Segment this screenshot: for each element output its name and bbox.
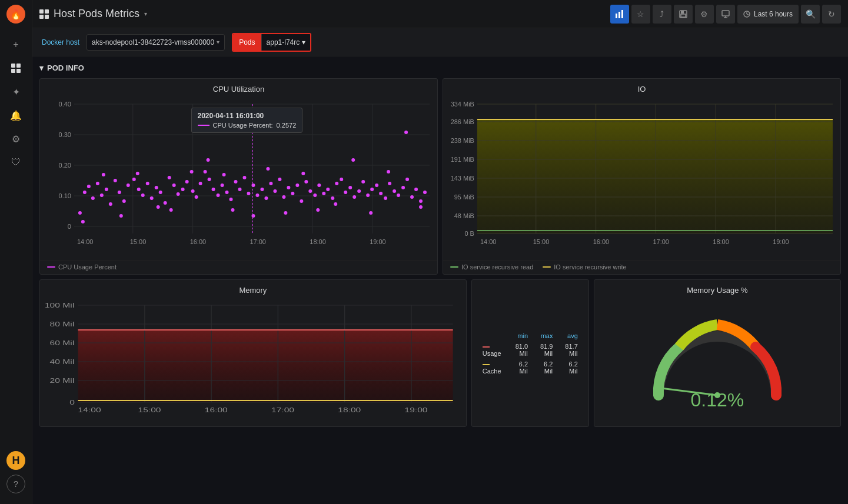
docker-host-value: aks-nodepool1-38422723-vmss000000 xyxy=(92,38,214,46)
svg-point-62 xyxy=(208,178,211,181)
io-write-legend-color xyxy=(543,266,551,268)
search-button[interactable]: 🔍 xyxy=(801,5,820,24)
svg-text:19:00: 19:00 xyxy=(370,238,385,245)
cpu-chart-panel: CPU Utilization xyxy=(39,78,438,275)
sidebar-item-compass[interactable]: ✦ xyxy=(5,81,26,102)
svg-point-132 xyxy=(419,205,423,209)
svg-text:17:00: 17:00 xyxy=(250,238,265,245)
svg-rect-4 xyxy=(681,11,684,14)
docker-host-label: Docker host xyxy=(42,38,79,46)
svg-point-81 xyxy=(291,192,294,195)
svg-point-33 xyxy=(78,211,82,215)
sidebar-item-bell[interactable]: 🔔 xyxy=(5,105,26,126)
svg-point-55 xyxy=(177,192,180,196)
memory-stats-panel: min max avg Usage 81.0 Mi xyxy=(471,279,589,427)
time-range-selector[interactable]: Last 6 hours xyxy=(737,5,799,24)
svg-point-85 xyxy=(308,189,312,193)
svg-point-102 xyxy=(384,196,387,200)
svg-point-131 xyxy=(404,131,408,134)
monitor-button[interactable] xyxy=(716,5,735,24)
svg-point-90 xyxy=(331,196,334,200)
svg-rect-2 xyxy=(621,10,623,18)
svg-text:40 MiI: 40 MiI xyxy=(50,358,75,365)
svg-point-94 xyxy=(348,186,352,189)
svg-text:20 MiI: 20 MiI xyxy=(50,377,75,384)
svg-text:80 MiI: 80 MiI xyxy=(50,321,75,328)
io-write-legend-label: IO service recursive write xyxy=(554,263,626,271)
svg-text:48 MiB: 48 MiB xyxy=(454,212,474,219)
svg-text:17:00: 17:00 xyxy=(271,406,294,413)
col-label xyxy=(478,331,508,341)
svg-point-48 xyxy=(146,182,149,185)
chart-button[interactable] xyxy=(610,5,629,24)
app-logo[interactable]: 🔥 xyxy=(6,5,25,24)
settings-button[interactable]: ⚙ xyxy=(695,5,714,24)
svg-text:0 B: 0 B xyxy=(464,230,474,237)
svg-text:238 MiB: 238 MiB xyxy=(451,137,474,144)
svg-point-110 xyxy=(419,199,423,203)
main-content: Host Pods Metrics ▾ ☆ ⤴ ⚙ Last 6 hours 🔍… xyxy=(32,0,848,504)
sidebar-item-help[interactable]: ? xyxy=(6,475,25,493)
svg-point-57 xyxy=(185,180,189,183)
svg-point-74 xyxy=(260,188,264,191)
docker-host-selector[interactable]: aks-nodepool1-38422723-vmss000000 ▾ xyxy=(87,34,225,51)
svg-point-93 xyxy=(344,191,347,194)
svg-rect-5 xyxy=(681,14,686,17)
svg-point-101 xyxy=(379,192,383,195)
io-read-legend-item: IO service recursive read xyxy=(450,263,533,271)
sidebar-item-gear[interactable]: ⚙ xyxy=(5,128,26,149)
svg-point-43 xyxy=(122,199,126,203)
svg-point-70 xyxy=(242,176,246,179)
svg-point-99 xyxy=(370,188,374,191)
svg-text:18:00: 18:00 xyxy=(713,238,729,245)
svg-rect-0 xyxy=(616,14,617,18)
share-button[interactable]: ⤴ xyxy=(653,5,671,24)
svg-text:0: 0 xyxy=(68,223,71,230)
save-button[interactable] xyxy=(674,5,693,24)
pods-dropdown[interactable]: app1-l74rc ▾ xyxy=(261,34,311,51)
svg-text:17:00: 17:00 xyxy=(653,238,669,245)
pods-tab[interactable]: Pods xyxy=(233,34,261,51)
content-area: ▾ POD INFO CPU Utilization xyxy=(32,56,848,504)
col-min: min xyxy=(509,331,533,341)
svg-text:18:00: 18:00 xyxy=(310,238,325,245)
svg-point-51 xyxy=(159,191,162,194)
svg-point-103 xyxy=(388,182,391,185)
title-caret[interactable]: ▾ xyxy=(144,11,147,17)
memory-chart-title: Memory xyxy=(40,280,466,297)
io-chart-title: IO xyxy=(443,79,840,96)
svg-text:16:00: 16:00 xyxy=(190,238,206,245)
svg-point-65 xyxy=(221,183,224,187)
svg-point-120 xyxy=(222,173,226,176)
grid-icon xyxy=(39,9,49,19)
sidebar-item-plus[interactable]: + xyxy=(5,34,26,55)
svg-point-77 xyxy=(273,189,277,193)
svg-point-44 xyxy=(127,183,130,187)
sidebar: 🔥 + ✦ 🔔 ⚙ 🛡 H ? xyxy=(0,0,32,504)
svg-point-104 xyxy=(393,189,396,193)
svg-text:19:00: 19:00 xyxy=(773,238,789,245)
sidebar-item-user[interactable]: H xyxy=(6,451,25,470)
io-chart-panel: IO xyxy=(443,78,841,275)
usage-label: Usage xyxy=(478,342,508,358)
svg-point-126 xyxy=(316,208,320,212)
svg-point-46 xyxy=(137,188,141,191)
svg-point-61 xyxy=(204,170,207,173)
pods-selector: Pods app1-l74rc ▾ xyxy=(232,33,311,52)
svg-text:16:00: 16:00 xyxy=(593,238,609,245)
refresh-button[interactable]: ↻ xyxy=(822,5,841,24)
docker-host-caret: ▾ xyxy=(217,39,220,45)
gauge-value: 0.12% xyxy=(691,389,744,411)
svg-point-82 xyxy=(295,183,299,187)
star-button[interactable]: ☆ xyxy=(631,5,650,24)
pod-info-section-header[interactable]: ▾ POD INFO xyxy=(39,64,841,72)
svg-point-75 xyxy=(264,196,268,200)
svg-point-83 xyxy=(300,199,303,203)
svg-point-56 xyxy=(181,188,185,191)
svg-point-92 xyxy=(340,178,343,181)
svg-point-79 xyxy=(282,195,285,199)
sidebar-item-grid[interactable] xyxy=(5,58,26,79)
svg-point-69 xyxy=(238,188,242,191)
svg-point-60 xyxy=(199,182,202,185)
sidebar-item-shield[interactable]: 🛡 xyxy=(5,152,26,173)
